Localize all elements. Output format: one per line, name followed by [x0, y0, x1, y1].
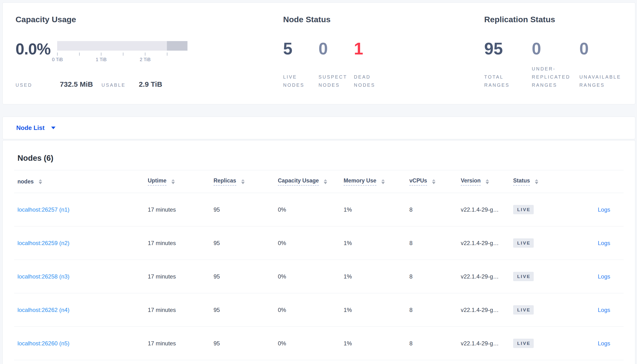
column-header-vcpus[interactable]: vCPUs: [409, 178, 461, 186]
chevron-down-icon[interactable]: [51, 126, 56, 129]
under-replicated-ranges-count: 0: [532, 40, 579, 57]
node-list-dropdown[interactable]: Node List: [16, 124, 45, 132]
live-nodes-count: 5: [283, 40, 318, 57]
vcpus-cell: 8: [409, 240, 461, 246]
axis-tick-label: 2 TiB: [140, 57, 151, 62]
memory-use-cell: 1%: [344, 240, 409, 246]
memory-use-cell: 1%: [344, 206, 409, 213]
replication-status-title: Replication Status: [484, 14, 635, 24]
vcpus-cell: 8: [409, 340, 461, 347]
replicas-cell: 95: [213, 340, 278, 347]
replicas-cell: 95: [213, 307, 278, 313]
capacity-usage-cell: 0%: [278, 340, 344, 347]
capacity-usage-cell: 0%: [278, 206, 344, 213]
node-link[interactable]: localhost:26258 (n3): [18, 273, 69, 280]
uptime-cell: 17 minutes: [148, 307, 213, 313]
vcpus-cell: 8: [409, 307, 461, 313]
status-badge: LIVE: [513, 238, 534, 248]
version-cell: v22.1.4-29-g…: [461, 340, 513, 347]
status-badge: LIVE: [513, 305, 534, 314]
memory-use-cell: 1%: [344, 273, 409, 280]
status-badge: LIVE: [513, 205, 534, 214]
node-link[interactable]: localhost:26259 (n2): [18, 240, 69, 246]
table-row: localhost:26259 (n2) 17 minutes 95 0% 1%…: [14, 226, 623, 260]
capacity-usage-cell: 0%: [278, 307, 344, 313]
axis-tick: [145, 52, 145, 56]
sort-icon[interactable]: [486, 179, 489, 184]
version-cell: v22.1.4-29-g…: [461, 240, 513, 246]
column-header-capacity-usage[interactable]: Capacity Usage: [278, 178, 344, 186]
logs-link[interactable]: Logs: [598, 240, 610, 246]
column-header-version[interactable]: Version: [461, 178, 513, 186]
column-header-nodes[interactable]: nodes: [14, 178, 148, 185]
sort-icon[interactable]: [535, 179, 538, 184]
vcpus-cell: 8: [409, 273, 461, 280]
dead-nodes-label: DEAD NODES: [354, 73, 386, 89]
version-cell: v22.1.4-29-g…: [461, 206, 513, 213]
uptime-cell: 17 minutes: [148, 240, 213, 246]
capacity-percent-value: 0.0%: [16, 41, 57, 57]
cluster-summary-panel: Capacity Usage 0.0% 0 TiB 1 TiB 2 TiB US…: [3, 2, 635, 104]
dead-nodes-count: 1: [354, 40, 389, 57]
suspect-nodes-count: 0: [318, 40, 354, 57]
table-row: localhost:26257 (n1) 17 minutes 95 0% 1%…: [14, 193, 623, 226]
node-link[interactable]: localhost:26262 (n4): [18, 307, 69, 313]
capacity-usage-title: Capacity Usage: [16, 14, 283, 24]
sort-icon[interactable]: [432, 179, 435, 184]
axis-tick-label: 1 TiB: [96, 57, 107, 62]
table-header-row: nodes Uptime Replicas Capacity Usage Mem…: [14, 170, 623, 193]
node-status-title: Node Status: [283, 14, 484, 24]
column-header-replicas[interactable]: Replicas: [213, 178, 278, 186]
version-cell: v22.1.4-29-g…: [461, 307, 513, 313]
axis-tick: [79, 52, 80, 56]
version-cell: v22.1.4-29-g…: [461, 273, 513, 280]
used-label: USED: [16, 82, 32, 88]
suspect-nodes-label: SUSPECT NODES: [318, 73, 350, 89]
unavailable-ranges-label: UNAVAILABLE RANGES: [579, 73, 619, 89]
status-badge: LIVE: [513, 272, 534, 281]
node-status-section: Node Status 5 0 1 LIVE NODES SUSPECT NOD…: [283, 3, 484, 104]
capacity-usage-bar: 0 TiB 1 TiB 2 TiB: [57, 41, 187, 65]
axis-tick: [167, 52, 167, 56]
logs-link[interactable]: Logs: [598, 340, 610, 346]
nodes-table-heading: Nodes (6): [18, 140, 623, 163]
logs-link[interactable]: Logs: [598, 273, 610, 280]
table-row: localhost:26260 (n5) 17 minutes 95 0% 1%…: [14, 327, 623, 360]
uptime-cell: 17 minutes: [148, 273, 213, 280]
replicas-cell: 95: [213, 273, 278, 280]
column-header-memory-use[interactable]: Memory Use: [344, 178, 409, 186]
under-replicated-ranges-label: UNDER-REPLICATED RANGES: [532, 65, 572, 89]
sort-icon[interactable]: [324, 179, 327, 184]
logs-link[interactable]: Logs: [598, 206, 610, 213]
logs-link[interactable]: Logs: [598, 307, 610, 313]
axis-tick: [123, 52, 123, 56]
capacity-bar-nonusable-segment: [167, 41, 187, 51]
column-header-uptime[interactable]: Uptime: [148, 178, 213, 186]
unavailable-ranges-count: 0: [579, 40, 627, 57]
replicas-cell: 95: [213, 206, 278, 213]
replicas-cell: 95: [213, 240, 278, 246]
node-link[interactable]: localhost:26260 (n5): [18, 340, 69, 346]
column-header-status[interactable]: Status: [513, 178, 573, 186]
usable-value: 2.9 TiB: [139, 80, 162, 88]
axis-tick-label: 0 TiB: [52, 57, 63, 62]
axis-tick: [57, 52, 58, 56]
capacity-usage-cell: 0%: [278, 240, 344, 246]
table-row: localhost:26258 (n3) 17 minutes 95 0% 1%…: [14, 260, 623, 293]
capacity-usage-section: Capacity Usage 0.0% 0 TiB 1 TiB 2 TiB US…: [16, 3, 283, 104]
sort-icon[interactable]: [171, 179, 175, 184]
sort-icon[interactable]: [39, 179, 42, 184]
used-value: 732.5 MiB: [60, 80, 93, 88]
replication-status-section: Replication Status 95 0 0 TOTAL RANGES U…: [484, 3, 635, 104]
vcpus-cell: 8: [409, 206, 461, 213]
view-selector-bar: Node List: [3, 116, 635, 139]
status-badge: LIVE: [513, 339, 534, 348]
sort-icon[interactable]: [381, 179, 385, 184]
axis-tick: [101, 52, 101, 56]
total-ranges-label: TOTAL RANGES: [484, 73, 524, 89]
memory-use-cell: 1%: [344, 307, 409, 313]
capacity-bar-track: [57, 41, 187, 51]
sort-icon[interactable]: [241, 179, 245, 184]
uptime-cell: 17 minutes: [148, 206, 213, 213]
node-link[interactable]: localhost:26257 (n1): [18, 206, 69, 213]
